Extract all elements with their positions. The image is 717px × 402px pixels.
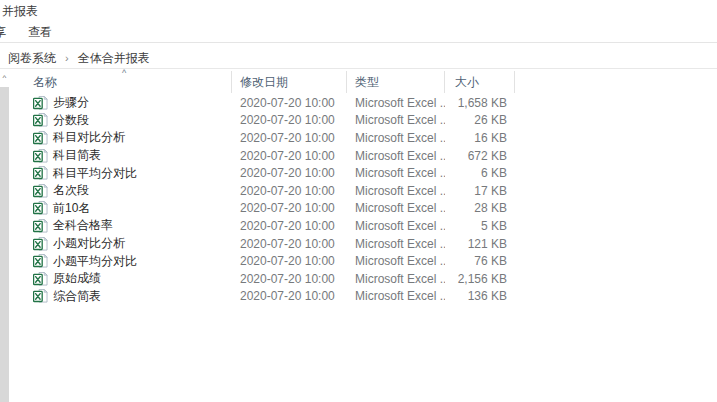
ribbon-tab-view[interactable]: 查看 — [28, 24, 52, 41]
column-header-size[interactable]: 大小 — [445, 71, 515, 93]
scroll-up-arrow-icon[interactable]: ^ — [0, 72, 9, 84]
file-size: 136 KB — [445, 289, 515, 303]
file-type: Microsoft Excel ... — [347, 131, 445, 145]
file-name: 小题对比分析 — [53, 235, 125, 252]
file-size: 5 KB — [445, 219, 515, 233]
file-size: 121 KB — [445, 237, 515, 251]
file-name-cell: 科目对比分析 — [10, 129, 232, 146]
file-row[interactable]: 步骤分 2020-07-20 10:00 Microsoft Excel ...… — [10, 94, 570, 112]
file-name-cell: 分数段 — [10, 112, 232, 129]
file-size: 26 KB — [445, 113, 515, 127]
breadcrumb-item-current[interactable]: 全体合并报表 — [78, 50, 150, 67]
sort-ascending-icon[interactable]: ^ — [122, 68, 126, 78]
file-size: 672 KB — [445, 149, 515, 163]
file-name: 分数段 — [53, 112, 89, 129]
excel-file-icon — [33, 149, 48, 163]
file-name-cell: 综合简表 — [10, 288, 232, 305]
excel-file-icon — [33, 131, 48, 145]
file-size: 6 KB — [445, 166, 515, 180]
file-size: 28 KB — [445, 201, 515, 215]
file-name-cell: 小题平均分对比 — [10, 253, 232, 270]
file-name: 科目平均分对比 — [53, 165, 137, 182]
file-size: 2,156 KB — [445, 272, 515, 286]
file-date: 2020-07-20 10:00 — [232, 219, 347, 233]
file-name: 原始成绩 — [53, 270, 101, 287]
file-name-cell: 全科合格率 — [10, 217, 232, 234]
file-name: 综合简表 — [53, 288, 101, 305]
file-date: 2020-07-20 10:00 — [232, 113, 347, 127]
file-row[interactable]: 科目简表 2020-07-20 10:00 Microsoft Excel ..… — [10, 147, 570, 165]
file-date: 2020-07-20 10:00 — [232, 149, 347, 163]
file-type: Microsoft Excel ... — [347, 219, 445, 233]
file-type: Microsoft Excel ... — [347, 96, 445, 110]
file-row[interactable]: 小题对比分析 2020-07-20 10:00 Microsoft Excel … — [10, 235, 570, 253]
file-row[interactable]: 小题平均分对比 2020-07-20 10:00 Microsoft Excel… — [10, 252, 570, 270]
file-date: 2020-07-20 10:00 — [232, 201, 347, 215]
file-type: Microsoft Excel ... — [347, 201, 445, 215]
nav-pane-scrollbar[interactable]: ^ — [0, 70, 9, 402]
file-name-cell: 步骤分 — [10, 94, 232, 111]
excel-file-icon — [33, 272, 48, 286]
file-name: 科目对比分析 — [53, 129, 125, 146]
excel-file-icon — [33, 184, 48, 198]
column-header-date[interactable]: 修改日期 — [232, 71, 347, 93]
file-name: 名次段 — [53, 182, 89, 199]
file-date: 2020-07-20 10:00 — [232, 184, 347, 198]
file-type: Microsoft Excel ... — [347, 184, 445, 198]
file-type: Microsoft Excel ... — [347, 113, 445, 127]
column-header-type[interactable]: 类型 — [347, 71, 445, 93]
file-row[interactable]: 科目平均分对比 2020-07-20 10:00 Microsoft Excel… — [10, 164, 570, 182]
excel-file-icon — [33, 96, 48, 110]
window-title: 并报表 — [2, 3, 38, 20]
excel-file-icon — [33, 113, 48, 127]
file-list: 名称 修改日期 类型 大小 ^ 步骤分 2020-07-20 10:00 Mic… — [10, 69, 570, 305]
scrollbar-thumb[interactable] — [0, 87, 9, 402]
explorer-window: 并报表 享 查看 阅卷系统 › 全体合并报表 ^ 名称 修改日期 类型 大小 ^ — [0, 0, 717, 402]
file-date: 2020-07-20 10:00 — [232, 289, 347, 303]
file-name-cell: 名次段 — [10, 182, 232, 199]
file-name-cell: 原始成绩 — [10, 270, 232, 287]
file-date: 2020-07-20 10:00 — [232, 272, 347, 286]
file-row[interactable]: 综合简表 2020-07-20 10:00 Microsoft Excel ..… — [10, 288, 570, 306]
file-rows: 步骤分 2020-07-20 10:00 Microsoft Excel ...… — [10, 94, 570, 305]
excel-file-icon — [33, 166, 48, 180]
file-date: 2020-07-20 10:00 — [232, 131, 347, 145]
file-row[interactable]: 前10名 2020-07-20 10:00 Microsoft Excel ..… — [10, 200, 570, 218]
file-type: Microsoft Excel ... — [347, 149, 445, 163]
excel-file-icon — [33, 254, 48, 268]
file-row[interactable]: 名次段 2020-07-20 10:00 Microsoft Excel ...… — [10, 182, 570, 200]
excel-file-icon — [33, 219, 48, 233]
chevron-right-icon: › — [65, 53, 69, 64]
file-date: 2020-07-20 10:00 — [232, 254, 347, 268]
excel-file-icon — [33, 201, 48, 215]
file-type: Microsoft Excel ... — [347, 166, 445, 180]
file-name-cell: 科目简表 — [10, 147, 232, 164]
column-header-row: 名称 修改日期 类型 大小 ^ — [10, 69, 570, 94]
file-size: 16 KB — [445, 131, 515, 145]
file-type: Microsoft Excel ... — [347, 289, 445, 303]
breadcrumb-item-root[interactable]: 阅卷系统 — [8, 50, 56, 67]
file-name-cell: 小题对比分析 — [10, 235, 232, 252]
file-name: 前10名 — [53, 200, 90, 217]
excel-file-icon — [33, 289, 48, 303]
file-name: 全科合格率 — [53, 217, 113, 234]
file-row[interactable]: 分数段 2020-07-20 10:00 Microsoft Excel ...… — [10, 112, 570, 130]
file-row[interactable]: 全科合格率 2020-07-20 10:00 Microsoft Excel .… — [10, 217, 570, 235]
file-row[interactable]: 科目对比分析 2020-07-20 10:00 Microsoft Excel … — [10, 129, 570, 147]
file-name: 小题平均分对比 — [53, 253, 137, 270]
file-type: Microsoft Excel ... — [347, 272, 445, 286]
file-size: 76 KB — [445, 254, 515, 268]
file-name-cell: 科目平均分对比 — [10, 165, 232, 182]
file-name-cell: 前10名 — [10, 200, 232, 217]
excel-file-icon — [33, 237, 48, 251]
file-size: 17 KB — [445, 184, 515, 198]
file-name: 科目简表 — [53, 147, 101, 164]
file-date: 2020-07-20 10:00 — [232, 166, 347, 180]
file-date: 2020-07-20 10:00 — [232, 237, 347, 251]
file-name: 步骤分 — [53, 94, 89, 111]
column-header-name[interactable]: 名称 — [10, 71, 232, 93]
file-type: Microsoft Excel ... — [347, 237, 445, 251]
file-row[interactable]: 原始成绩 2020-07-20 10:00 Microsoft Excel ..… — [10, 270, 570, 288]
ribbon-divider — [0, 42, 717, 43]
ribbon-tab-share[interactable]: 享 — [0, 24, 6, 41]
